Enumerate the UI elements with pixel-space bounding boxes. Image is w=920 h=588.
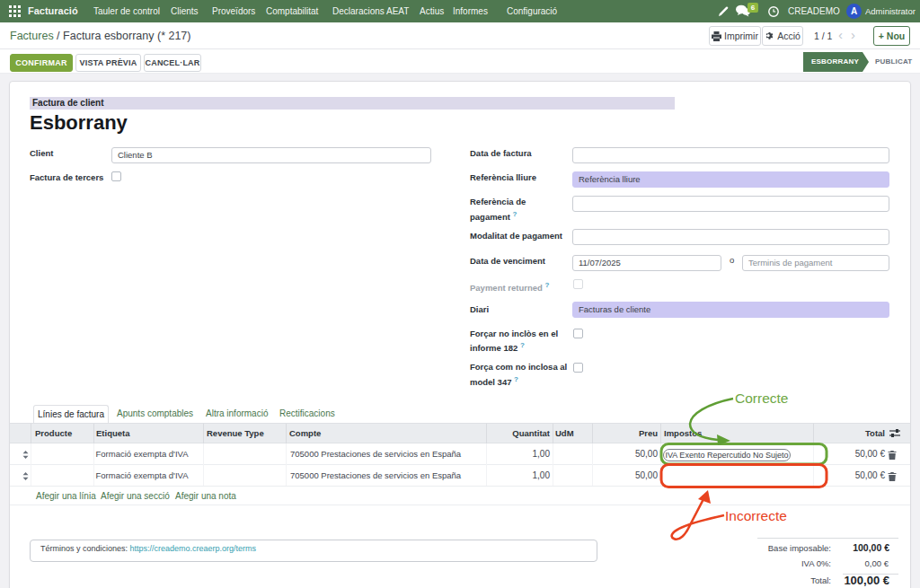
svg-text:Correcte: Correcte bbox=[735, 391, 788, 406]
svg-text:Incorrecte: Incorrecte bbox=[725, 508, 787, 523]
